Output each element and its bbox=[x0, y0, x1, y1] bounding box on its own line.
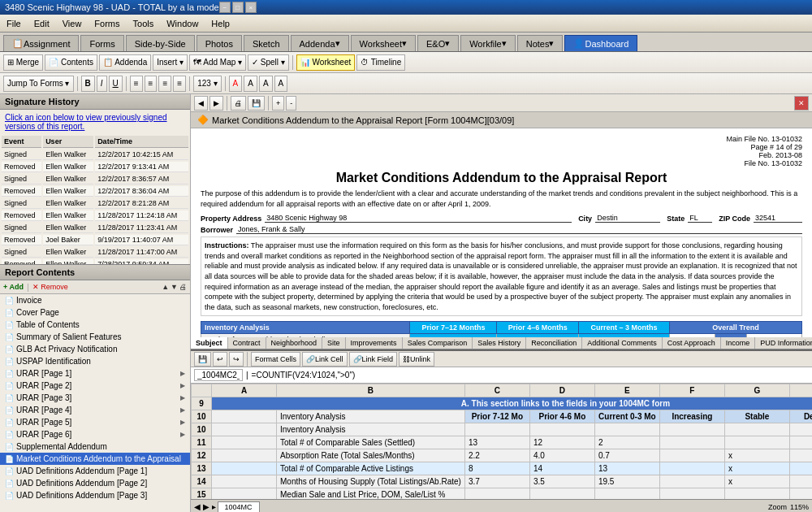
subscript-button[interactable]: A bbox=[259, 76, 273, 92]
tab-dashboard[interactable]: 👤 Dashboard bbox=[564, 35, 637, 51]
report-list-item[interactable]: 📄URAR [Page 5]▶ bbox=[0, 416, 190, 428]
bold-button[interactable]: B bbox=[81, 76, 95, 92]
menu-tools[interactable]: Tools bbox=[127, 15, 161, 32]
report-list-item[interactable]: 📄URAR [Page 3]▶ bbox=[0, 392, 190, 404]
menu-file[interactable]: File bbox=[0, 15, 28, 32]
format-cells-button[interactable]: Format Cells bbox=[251, 352, 300, 367]
tab-worksheet[interactable]: Worksheet ▾ bbox=[351, 35, 416, 51]
tab-bar: 📋 Assignment Forms Side-by-Side Photos S… bbox=[0, 33, 812, 52]
addenda-button[interactable]: 📋 Addenda bbox=[99, 54, 151, 71]
menu-forms[interactable]: Forms bbox=[88, 15, 126, 32]
grid-container[interactable]: A B C D E F G H T 9A. This section links… bbox=[191, 384, 812, 499]
tab-sketch[interactable]: Sketch bbox=[244, 35, 289, 51]
report-list-item[interactable]: 📄UAD Definitions Addendum [Page 2] bbox=[0, 477, 190, 489]
align-right-button[interactable]: ≡ bbox=[158, 76, 171, 92]
grid-cell-10-3 bbox=[529, 423, 594, 436]
tab-assignment[interactable]: 📋 Assignment bbox=[3, 35, 79, 51]
print-doc-button[interactable]: 🖨 bbox=[231, 96, 246, 111]
font-color-button[interactable]: A bbox=[229, 76, 243, 92]
content-tab-improvements[interactable]: Improvements bbox=[346, 337, 403, 349]
report-list-item[interactable]: 📄GLB Act Privacy Notification bbox=[0, 343, 190, 355]
content-tab-neighborhood[interactable]: Neighborhood bbox=[266, 337, 323, 349]
report-list-item[interactable]: 📄Market Conditions Addendum to the Appra… bbox=[0, 453, 190, 465]
grid-rownum-10: 10 bbox=[192, 410, 212, 423]
sig-click-text[interactable]: Click an icon below to view previously s… bbox=[0, 110, 190, 134]
cell-ref-input[interactable] bbox=[194, 369, 243, 381]
worksheet-button[interactable]: 📊 Worksheet bbox=[296, 54, 355, 71]
sheet-btn3[interactable]: ↪ bbox=[229, 352, 244, 367]
sheet-btn1[interactable]: 💾 bbox=[194, 352, 211, 367]
report-list-item[interactable]: 📄URAR [Page 2]▶ bbox=[0, 380, 190, 392]
insert-button[interactable]: Insert ▾ bbox=[153, 54, 188, 71]
merge-button[interactable]: ⊞ Merge bbox=[3, 54, 43, 71]
maximize-button[interactable]: □ bbox=[232, 2, 244, 13]
sheet-tab-1004mc[interactable]: 1004MC bbox=[218, 501, 260, 512]
superscript-button[interactable]: A bbox=[274, 76, 288, 92]
unlink-button[interactable]: ⛓ Unlink bbox=[399, 352, 434, 367]
report-list-item[interactable]: 📄Supplemental Addendum bbox=[0, 440, 190, 453]
report-list-item[interactable]: 📄Table of Contents bbox=[0, 319, 190, 331]
font-size-button[interactable]: 123 ▾ bbox=[193, 76, 221, 92]
report-list-item[interactable]: 📄URAR [Page 4]▶ bbox=[0, 404, 190, 416]
content-tab-sales-comparison[interactable]: Sales Comparison bbox=[403, 337, 473, 349]
remove-report-item-button[interactable]: ✕ Remove bbox=[32, 283, 68, 291]
contents-button[interactable]: 📄 Contents bbox=[45, 54, 97, 71]
menu-help[interactable]: Help bbox=[205, 15, 236, 32]
content-tab-additional-comments[interactable]: Additional Comments bbox=[582, 337, 663, 349]
spell-button[interactable]: ✓ Spell ▾ bbox=[248, 54, 289, 71]
grid-cell-10-6 bbox=[724, 423, 789, 436]
tab-eo[interactable]: E&O ▾ bbox=[417, 35, 459, 51]
menu-window[interactable]: Window bbox=[160, 15, 205, 32]
link-cell-button[interactable]: 🔗 Link Cell bbox=[302, 352, 348, 367]
jump-to-forms-button[interactable]: Jump To Forms ▾ bbox=[3, 76, 74, 92]
save-doc-button[interactable]: 💾 bbox=[248, 96, 265, 111]
report-list-item[interactable]: 📄URAR [Page 6]▶ bbox=[0, 428, 190, 440]
content-tab-cost-approach[interactable]: Cost Approach bbox=[663, 337, 721, 349]
tab-notes[interactable]: Notes ▾ bbox=[517, 35, 564, 51]
link-field-button[interactable]: 🔗 Link Field bbox=[349, 352, 398, 367]
nav-next-button[interactable]: ▶ bbox=[209, 96, 223, 111]
report-list-item[interactable]: 📄UAD Definitions Addendum [Page 1] bbox=[0, 465, 190, 477]
report-list-item[interactable]: 📄UAD Definitions Addendum [Page 3] bbox=[0, 489, 190, 501]
highlight-button[interactable]: A bbox=[244, 76, 257, 92]
menu-edit[interactable]: Edit bbox=[28, 15, 56, 32]
content-tab-site[interactable]: Site bbox=[322, 337, 346, 349]
report-list-item[interactable]: 📄USPAP Identification bbox=[0, 355, 190, 367]
tab-forms[interactable]: Forms bbox=[80, 35, 123, 51]
add-report-item-button[interactable]: + Add bbox=[3, 283, 24, 291]
tab-addenda[interactable]: Addenda ▾ bbox=[291, 35, 349, 51]
underline-button[interactable]: U bbox=[109, 76, 123, 92]
print-button[interactable]: 🖨 bbox=[179, 283, 187, 291]
move-down-button[interactable]: ▼ bbox=[171, 283, 178, 291]
tab-side-by-side[interactable]: Side-by-Side bbox=[126, 35, 195, 51]
minimize-button[interactable]: − bbox=[219, 2, 231, 13]
close-button[interactable]: × bbox=[245, 2, 257, 13]
content-tab-reconciliation[interactable]: Reconciliation bbox=[526, 337, 582, 349]
content-tab-pud-information[interactable]: PUD Information bbox=[755, 337, 812, 349]
new-sheet-button[interactable]: ◀ ▶ ▸ bbox=[194, 502, 216, 511]
report-list-item[interactable]: 📄URAR [Page 1]▶ bbox=[0, 367, 190, 380]
add-map-button[interactable]: 🗺 Add Map ▾ bbox=[189, 54, 246, 71]
move-up-button[interactable]: ▲ bbox=[162, 283, 169, 291]
close-doc-button[interactable]: ✕ bbox=[794, 96, 809, 111]
nav-prev-button[interactable]: ◀ bbox=[194, 96, 208, 111]
align-center-button[interactable]: ≡ bbox=[145, 76, 158, 92]
align-left-button[interactable]: ≡ bbox=[130, 76, 143, 92]
timeline-button[interactable]: ⏱ Timeline bbox=[356, 54, 405, 71]
sheet-btn2[interactable]: ↩ bbox=[213, 352, 227, 367]
grid-data-row: 12Absorption Rate (Total Sales/Months)2.… bbox=[192, 449, 813, 462]
content-tab-sales-history[interactable]: Sales History bbox=[473, 337, 526, 349]
zoom-out-button[interactable]: - bbox=[286, 96, 296, 111]
zoom-in-button[interactable]: + bbox=[272, 96, 284, 111]
report-list-item[interactable]: 📄Summary of Salient Features bbox=[0, 331, 190, 343]
content-tab-income[interactable]: Income bbox=[721, 337, 756, 349]
tab-workfile[interactable]: Workfile ▾ bbox=[460, 35, 516, 51]
content-tab-subject[interactable]: Subject bbox=[191, 337, 228, 349]
report-list-item[interactable]: 📄Cover Page bbox=[0, 306, 190, 319]
report-list-item[interactable]: 📄Invoice bbox=[0, 294, 190, 306]
tab-photos[interactable]: Photos bbox=[197, 35, 242, 51]
content-tab-contract[interactable]: Contract bbox=[228, 337, 266, 349]
italic-button[interactable]: I bbox=[97, 76, 107, 92]
menu-view[interactable]: View bbox=[56, 15, 89, 32]
align-justify-button[interactable]: ≡ bbox=[173, 76, 186, 92]
